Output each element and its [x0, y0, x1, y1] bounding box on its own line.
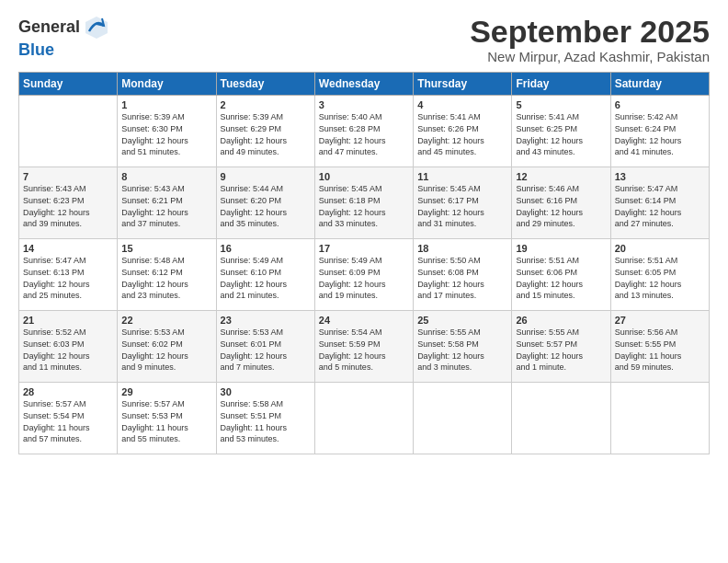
cell-text-line: and 7 minutes. [221, 362, 311, 373]
cell-text-line: Sunset: 6:29 PM [221, 123, 311, 135]
cell-text-line: and 45 minutes. [417, 146, 507, 158]
day-number: 12 [516, 171, 606, 182]
calendar-cell: 17Sunrise: 5:49 AMSunset: 6:09 PMDayligh… [314, 239, 413, 311]
calendar-cell: 18Sunrise: 5:50 AMSunset: 6:08 PMDayligh… [414, 239, 512, 311]
cell-text-line: Sunrise: 5:47 AM [23, 255, 113, 267]
day-number: 21 [23, 315, 113, 326]
calendar-cell [512, 383, 610, 454]
day-number: 9 [221, 171, 311, 182]
cell-text-line: Sunrise: 5:50 AM [417, 255, 507, 267]
cell-text-line: and 23 minutes. [121, 290, 211, 302]
day-number: 23 [221, 315, 311, 326]
day-number: 2 [221, 99, 311, 110]
calendar-cell: 21Sunrise: 5:52 AMSunset: 6:03 PMDayligh… [19, 311, 118, 383]
cell-text-line: Sunrise: 5:48 AM [121, 255, 211, 267]
cell-text-line: Daylight: 12 hours [417, 279, 507, 291]
week-row-5: 28Sunrise: 5:57 AMSunset: 5:54 PMDayligh… [19, 383, 710, 454]
cell-text-line: Sunrise: 5:58 AM [221, 398, 311, 410]
cell-text-line: and 29 minutes. [516, 218, 606, 230]
calendar-cell: 30Sunrise: 5:58 AMSunset: 5:51 PMDayligh… [216, 383, 314, 454]
cell-text-line: Sunrise: 5:57 AM [23, 398, 113, 410]
location: New Mirpur, Azad Kashmir, Pakistan [470, 49, 710, 64]
day-number: 18 [417, 243, 507, 254]
header: General Blue September 2025 New Mirpur, … [18, 15, 710, 64]
calendar-cell: 27Sunrise: 5:56 AMSunset: 5:55 PMDayligh… [610, 311, 709, 383]
calendar-cell [314, 383, 413, 454]
logo-general-text: General [18, 17, 80, 38]
cell-text-line: Sunset: 5:57 PM [516, 339, 606, 350]
cell-text-line: Sunrise: 5:53 AM [221, 327, 311, 339]
calendar-cell: 6Sunrise: 5:42 AMSunset: 6:24 PMDaylight… [610, 96, 709, 167]
week-row-1: 1Sunrise: 5:39 AMSunset: 6:30 PMDaylight… [19, 96, 710, 167]
cell-text-line: Sunset: 6:28 PM [319, 123, 409, 135]
cell-text-line: Daylight: 12 hours [319, 135, 409, 147]
day-number: 7 [23, 171, 113, 182]
cell-text-line: Sunset: 6:01 PM [221, 339, 311, 350]
cell-text-line: Sunrise: 5:56 AM [615, 327, 705, 339]
calendar-cell: 20Sunrise: 5:51 AMSunset: 6:05 PMDayligh… [610, 239, 709, 311]
calendar-cell: 13Sunrise: 5:47 AMSunset: 6:14 PMDayligh… [610, 167, 709, 239]
cell-text-line: Daylight: 12 hours [221, 135, 311, 147]
calendar-cell [610, 383, 709, 454]
day-number: 26 [516, 315, 606, 326]
cell-text-line: Daylight: 12 hours [221, 207, 311, 219]
cell-text-line: Daylight: 12 hours [516, 207, 606, 219]
calendar-cell [414, 383, 512, 454]
cell-text-line: and 27 minutes. [615, 218, 705, 230]
cell-text-line: Sunrise: 5:52 AM [23, 327, 113, 339]
day-number: 30 [221, 386, 311, 397]
cell-text-line: Sunrise: 5:41 AM [516, 111, 606, 123]
calendar-cell [19, 96, 118, 167]
weekday-header-friday: Friday [512, 73, 610, 96]
cell-text-line: Daylight: 12 hours [417, 207, 507, 219]
cell-text-line: and 1 minute. [516, 362, 606, 373]
day-number: 29 [121, 386, 211, 397]
calendar-cell: 5Sunrise: 5:41 AMSunset: 6:25 PMDaylight… [512, 96, 610, 167]
cell-text-line: and 17 minutes. [417, 290, 507, 302]
cell-text-line: Sunrise: 5:44 AM [221, 183, 311, 195]
cell-text-line: and 5 minutes. [319, 362, 409, 373]
cell-text-line: Daylight: 11 hours [121, 422, 211, 434]
cell-text-line: and 35 minutes. [221, 218, 311, 230]
weekday-header-tuesday: Tuesday [216, 73, 314, 96]
cell-text-line: Sunset: 5:55 PM [615, 339, 705, 350]
calendar-cell: 12Sunrise: 5:46 AMSunset: 6:16 PMDayligh… [512, 167, 610, 239]
cell-text-line: and 21 minutes. [221, 290, 311, 302]
cell-text-line: Sunset: 6:13 PM [23, 267, 113, 279]
calendar-cell: 9Sunrise: 5:44 AMSunset: 6:20 PMDaylight… [216, 167, 314, 239]
cell-text-line: Sunrise: 5:51 AM [615, 255, 705, 267]
cell-text-line: Sunrise: 5:55 AM [516, 327, 606, 339]
cell-text-line: Daylight: 12 hours [516, 350, 606, 362]
calendar-cell: 24Sunrise: 5:54 AMSunset: 5:59 PMDayligh… [314, 311, 413, 383]
cell-text-line: Sunrise: 5:49 AM [221, 255, 311, 267]
cell-text-line: Daylight: 11 hours [23, 422, 113, 434]
calendar-cell: 11Sunrise: 5:45 AMSunset: 6:17 PMDayligh… [414, 167, 512, 239]
weekday-header-sunday: Sunday [19, 73, 118, 96]
page: General Blue September 2025 New Mirpur, … [0, 0, 728, 563]
cell-text-line: Daylight: 12 hours [121, 350, 211, 362]
cell-text-line: Daylight: 12 hours [417, 350, 507, 362]
svg-marker-0 [85, 17, 108, 39]
cell-text-line: Sunrise: 5:43 AM [23, 183, 113, 195]
header-row: SundayMondayTuesdayWednesdayThursdayFrid… [19, 73, 710, 96]
day-number: 5 [516, 99, 606, 110]
cell-text-line: Sunrise: 5:54 AM [319, 327, 409, 339]
weekday-header-thursday: Thursday [414, 73, 512, 96]
cell-text-line: Sunset: 6:08 PM [417, 267, 507, 279]
cell-text-line: Sunset: 6:24 PM [615, 123, 705, 135]
cell-text-line: Sunset: 6:16 PM [516, 195, 606, 207]
cell-text-line: and 13 minutes. [615, 290, 705, 302]
day-number: 22 [121, 315, 211, 326]
day-number: 27 [615, 315, 705, 326]
month-title: September 2025 [470, 15, 710, 49]
day-number: 17 [319, 243, 409, 254]
day-number: 24 [319, 315, 409, 326]
cell-text-line: Sunset: 6:25 PM [516, 123, 606, 135]
cell-text-line: Sunset: 6:02 PM [121, 339, 211, 350]
cell-text-line: and 11 minutes. [23, 362, 113, 373]
day-number: 13 [615, 171, 705, 182]
weekday-header-wednesday: Wednesday [314, 73, 413, 96]
cell-text-line: and 31 minutes. [417, 218, 507, 230]
day-number: 19 [516, 243, 606, 254]
cell-text-line: and 37 minutes. [121, 218, 211, 230]
